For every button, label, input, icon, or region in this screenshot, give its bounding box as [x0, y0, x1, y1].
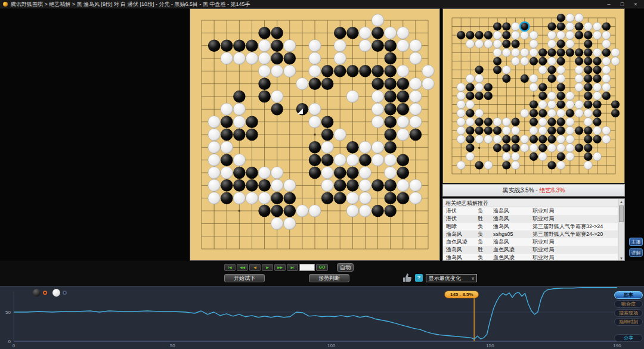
chevron-down-icon: ∨ [471, 275, 475, 282]
maximize-button[interactable]: □ [616, 0, 628, 8]
winrate-graph-panel: 050050100150190 145 - 3.5% 胜率吻合度搜索现场巅峰时刻… [0, 286, 644, 349]
app-window: 腾讯野狐围棋 > 绝艺精解 > 黑 渔岛风 [9段] 对 白 潜伏 [10段] … [0, 0, 644, 349]
window-title: 腾讯野狐围棋 > 绝艺精解 > 黑 渔岛风 [9段] 对 白 潜伏 [10段] … [11, 0, 250, 8]
recommend-table: 相关绝艺精解推荐 潜伏负渔岛风职业对局潜伏胜渔岛风职业对局咆哮负渔岛风第三届野狐… [442, 198, 625, 261]
graph-mode-3-button[interactable]: 巅峰时刻 [614, 318, 643, 326]
actual-winrate-label: 黑实战3.5% [503, 187, 534, 194]
svg-text:50: 50 [170, 343, 175, 348]
svg-text:0: 0 [13, 343, 16, 348]
nav-forward-button[interactable]: ▶ [262, 264, 273, 271]
scroll-up-icon[interactable]: ▲ [618, 199, 624, 205]
variation-dropdown[interactable]: 显示最优变化 ∨ [426, 274, 477, 282]
thumbs-up-icon[interactable] [402, 273, 413, 282]
table-scrollbar[interactable]: ▲ ▼ [618, 199, 624, 261]
side-tab-streamer[interactable]: 主播 [629, 238, 643, 246]
black-player-stone-icon[interactable] [33, 289, 41, 297]
graph-mode-2-button[interactable]: 搜索现场 [614, 309, 643, 317]
auto-play-button[interactable]: 自动 [337, 263, 354, 272]
variation-dropdown-label: 显示最优变化 [429, 275, 461, 281]
ai-winrate-label: 绝艺6.3% [539, 187, 565, 194]
table-row[interactable]: 渔岛风负sshgs05第三届野狐人气争霸赛24->20 [443, 230, 624, 238]
side-tab-commentary[interactable]: 讲解 [629, 248, 643, 257]
svg-text:150: 150 [486, 343, 494, 348]
svg-text:100: 100 [327, 343, 336, 348]
main-board-canvas[interactable] [190, 9, 439, 260]
move-number-input[interactable] [299, 264, 315, 271]
nav-fast-back-button[interactable]: ◀◀ [237, 264, 248, 271]
main-board[interactable] [190, 8, 440, 261]
trial-play-button[interactable]: 开始试下 [224, 274, 265, 282]
close-button[interactable]: × [630, 0, 642, 8]
table-row[interactable]: 潜伏负渔岛风职业对局 [443, 207, 624, 215]
scrollbar-thumb[interactable] [619, 205, 624, 222]
position-judge-button[interactable]: 形势判断 [309, 274, 349, 282]
table-row[interactable]: 血色风凌负渔岛风职业对局 [443, 238, 624, 246]
move-navigation: |◀◀◀◀▶▶▶▶| GO [224, 264, 328, 272]
right-panel: 黑实战3.5% - 绝艺6.3% 相关绝艺精解推荐 潜伏负渔岛风职业对局潜伏胜渔… [442, 8, 625, 261]
nav-fast-forward-button[interactable]: ▶▶ [274, 264, 286, 271]
share-button[interactable]: 分享 [614, 334, 643, 342]
winrate-compare-bar: 黑实战3.5% - 绝艺6.3% [442, 184, 625, 197]
graph-mode-0-button[interactable]: 胜率 [614, 291, 643, 299]
nav-back-button[interactable]: ◀ [249, 264, 261, 271]
nav-last-button[interactable]: ▶| [287, 264, 298, 271]
app-logo-icon [3, 2, 8, 7]
control-strip: |◀◀◀◀▶▶▶▶| GO 自动 开始试下 形势判断 ? 显示最优变化 ∨ [0, 261, 644, 286]
table-row[interactable]: 渔岛风负血色风凌职业对局 [443, 254, 624, 261]
white-series-radio[interactable] [63, 291, 67, 295]
svg-text:50: 50 [5, 310, 11, 315]
black-series-radio[interactable] [43, 291, 47, 295]
move-winrate-tooltip: 145 - 3.5% [444, 291, 479, 298]
recommend-table-title: 相关绝艺精解推荐 [443, 199, 624, 207]
recommend-table-body: 潜伏负渔岛风职业对局潜伏胜渔岛风职业对局咆哮负渔岛风第三届野狐人气争霸赛32->… [443, 207, 624, 261]
svg-text:190: 190 [613, 343, 621, 348]
go-button[interactable]: GO [316, 264, 328, 271]
help-icon[interactable]: ? [415, 274, 423, 282]
title-bar: 腾讯野狐围棋 > 绝艺精解 > 黑 渔岛风 [9段] 对 白 潜伏 [10段] … [0, 0, 644, 8]
table-row[interactable]: 咆哮负渔岛风第三届野狐人气争霸赛32->24 [443, 223, 624, 230]
scroll-down-icon[interactable]: ▼ [618, 255, 624, 261]
white-player-stone-icon[interactable] [52, 289, 60, 297]
graph-mode-1-button[interactable]: 吻合度 [614, 300, 643, 308]
minimize-button[interactable]: – [603, 0, 615, 8]
overview-board[interactable] [442, 8, 625, 183]
nav-first-button[interactable]: |◀ [224, 264, 236, 271]
overview-board-canvas[interactable] [443, 9, 624, 183]
table-row[interactable]: 渔岛风胜血色风凌职业对局 [443, 246, 624, 254]
svg-text:0: 0 [8, 339, 11, 344]
table-row[interactable]: 潜伏胜渔岛风职业对局 [443, 215, 624, 223]
winrate-graph[interactable]: 050050100150190 [0, 286, 644, 349]
